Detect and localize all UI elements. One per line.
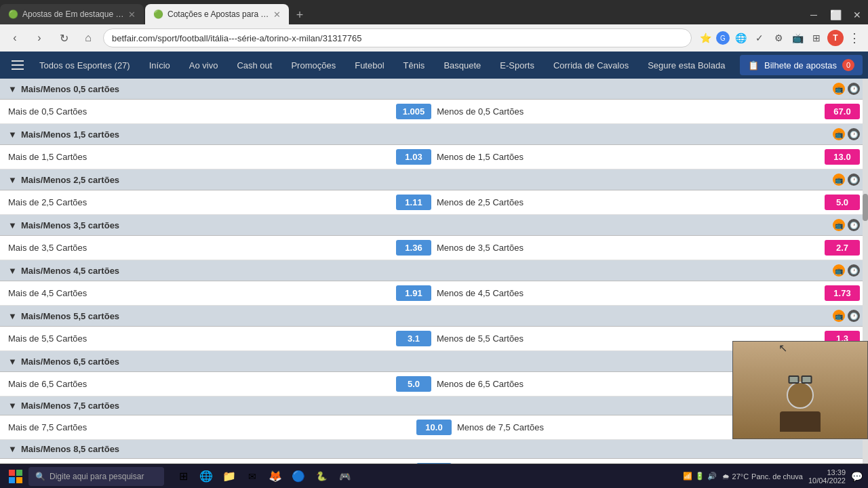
minimize-button[interactable]: ─ bbox=[803, 5, 825, 24]
betting-row-25: Mais de 2,5 Cartões 1.11 Menos de 2,5 Ca… bbox=[0, 190, 868, 215]
bet-slip-button[interactable]: 📋 Bilhete de apostas 0 bbox=[740, 55, 863, 75]
new-tab-button[interactable]: + bbox=[289, 5, 311, 24]
svg-rect-4 bbox=[16, 470, 22, 476]
nav-all-sports[interactable]: Todos os Esportes (27) bbox=[30, 52, 140, 79]
section-title-75: Mais/Menos 7,5 cartões bbox=[21, 401, 119, 411]
left-odds-btn-75[interactable]: 10.0 bbox=[416, 420, 452, 435]
right-odds-btn-25[interactable]: 5.0 bbox=[825, 195, 860, 210]
nav-tenis-label: Tênis bbox=[403, 60, 425, 70]
clock-icon-15: 🕐 bbox=[848, 128, 860, 140]
nav-basquete[interactable]: Basquete bbox=[434, 52, 490, 79]
nav-cavalos[interactable]: Corrida de Cavalos bbox=[544, 52, 638, 79]
edge-icon[interactable]: 🌐 bbox=[732, 30, 749, 46]
extensions-icon[interactable]: ⭐ bbox=[697, 30, 713, 46]
tab-1-icon: 🟢 bbox=[8, 9, 18, 19]
left-odds-btn-15[interactable]: 1.03 bbox=[396, 149, 431, 165]
close-button[interactable]: ✕ bbox=[846, 5, 868, 24]
nav-ao-vivo[interactable]: Ao vivo bbox=[180, 52, 228, 79]
tab-2-label: Cotações e Apostas para Torino bbox=[167, 9, 269, 19]
nav-ao-vivo-label: Ao vivo bbox=[189, 60, 218, 70]
taskbar-mail[interactable]: ✉ bbox=[241, 466, 263, 487]
tab-1-close[interactable]: ✕ bbox=[128, 9, 136, 20]
right-odds-btn-35[interactable]: 2.7 bbox=[825, 240, 860, 256]
left-odds-btn-35[interactable]: 1.36 bbox=[396, 240, 431, 256]
browser-actions: ⭐ G 🌐 ✓ ⚙ 📺 ⊞ T ⋮ bbox=[697, 30, 863, 46]
section-icons-35: 📺 🕐 bbox=[833, 219, 860, 231]
restore-button[interactable]: ⬜ bbox=[825, 5, 846, 24]
settings-icon[interactable]: ⚙ bbox=[770, 30, 787, 46]
svg-rect-6 bbox=[16, 477, 22, 483]
date-display: 10/04/2022 bbox=[808, 476, 846, 485]
refresh-button[interactable]: ↻ bbox=[54, 28, 73, 47]
nav-segure-bolada-label: Segure esta Bolada bbox=[648, 60, 725, 70]
section-mais-menos-85: ▼ Mais/Menos 8,5 cartões Mais de 8,5 Car… bbox=[0, 440, 868, 464]
nav-esports[interactable]: E-Sports bbox=[490, 52, 544, 79]
left-odds-btn-55[interactable]: 3.1 bbox=[396, 331, 431, 346]
profile-icon[interactable]: T bbox=[827, 30, 844, 46]
notification-icon[interactable]: 💬 bbox=[851, 471, 863, 482]
nav-tenis[interactable]: Tênis bbox=[394, 52, 435, 79]
right-label-35: Menos de 3,5 Cartões bbox=[437, 243, 819, 253]
search-placeholder: Digite aqui para pesquisar bbox=[50, 472, 144, 481]
navigation-bar: Todos os Esportes (27) Início Ao vivo Ca… bbox=[0, 52, 868, 79]
taskbar-search[interactable]: 🔍 Digite aqui para pesquisar bbox=[28, 467, 164, 486]
nav-segure-bolada[interactable]: Segure esta Bolada bbox=[638, 52, 734, 79]
taskbar-python[interactable]: 🐍 bbox=[311, 466, 332, 487]
google-icon[interactable]: G bbox=[716, 31, 730, 45]
taskbar-chrome[interactable]: 🔵 bbox=[288, 466, 309, 487]
tab-2-close[interactable]: ✕ bbox=[273, 9, 281, 20]
address-bar[interactable]: betfair.com/sport/football/itália---séri… bbox=[103, 28, 692, 47]
nav-futebol[interactable]: Futebol bbox=[345, 52, 393, 79]
left-odds-btn-05[interactable]: 1.005 bbox=[396, 104, 432, 119]
tv-icon-55: 📺 bbox=[833, 310, 845, 322]
taskbar: 🔍 Digite aqui para pesquisar ⊞ 🌐 📁 ✉ 🦊 🔵… bbox=[0, 464, 868, 488]
section-header-45[interactable]: ▼ Mais/Menos 4,5 cartões 📺 🕐 bbox=[0, 260, 868, 281]
left-odds-btn-25[interactable]: 1.11 bbox=[396, 195, 431, 210]
menu-dots[interactable]: ⋮ bbox=[846, 30, 863, 46]
left-odds-btn-45[interactable]: 1.91 bbox=[396, 285, 431, 301]
right-odds-btn-45[interactable]: 1.73 bbox=[825, 285, 860, 301]
tab-2[interactable]: 🟢 Cotações e Apostas para Torino ✕ bbox=[145, 4, 289, 24]
section-header-15[interactable]: ▼ Mais/Menos 1,5 cartões 📺 🕐 bbox=[0, 124, 868, 145]
weather-temp: 27°C bbox=[732, 472, 749, 481]
left-label-65: Mais de 6,5 Cartões bbox=[8, 379, 391, 389]
forward-button[interactable]: › bbox=[30, 28, 49, 47]
taskbar-task-view[interactable]: ⊞ bbox=[172, 466, 194, 487]
cast-icon[interactable]: 📺 bbox=[789, 30, 806, 46]
browser-tabs: 🟢 Apostas de Em destaque em Fut... ✕ 🟢 C… bbox=[0, 0, 868, 24]
check-icon[interactable]: ✓ bbox=[751, 30, 768, 46]
taskbar-edge[interactable]: 🌐 bbox=[195, 466, 217, 487]
right-odds-btn-15[interactable]: 13.0 bbox=[825, 149, 860, 165]
start-button[interactable] bbox=[5, 466, 26, 487]
section-header-05[interactable]: ▼ Mais/Menos 0,5 cartões 📺 🕐 bbox=[0, 79, 868, 100]
svg-rect-3 bbox=[9, 470, 15, 476]
apps-icon[interactable]: ⊞ bbox=[808, 30, 825, 46]
taskbar-right: 📶 🔋 🔊 🌧 27°C Panc. de chuva 13:39 10/04/… bbox=[683, 468, 863, 485]
taskbar-explorer[interactable]: 📁 bbox=[218, 466, 240, 487]
section-mais-menos-25: ▼ Mais/Menos 2,5 cartões 📺 🕐 Mais de 2,5… bbox=[0, 169, 868, 215]
section-header-25[interactable]: ▼ Mais/Menos 2,5 cartões 📺 🕐 bbox=[0, 169, 868, 190]
svg-rect-1 bbox=[12, 64, 24, 66]
nav-cash-out[interactable]: Cash out bbox=[227, 52, 281, 79]
nav-inicio[interactable]: Início bbox=[140, 52, 180, 79]
clock-icon-55: 🕐 bbox=[848, 310, 860, 322]
hamburger-menu[interactable] bbox=[5, 52, 30, 79]
home-button[interactable]: ⌂ bbox=[79, 28, 98, 47]
tv-icon-15: 📺 bbox=[833, 128, 845, 140]
left-label-15: Mais de 1,5 Cartões bbox=[8, 152, 391, 162]
taskbar-extra[interactable]: 🎮 bbox=[334, 466, 355, 487]
nav-futebol-label: Futebol bbox=[355, 60, 384, 70]
section-title-45: Mais/Menos 4,5 cartões bbox=[21, 266, 119, 276]
left-odds-btn-65[interactable]: 5.0 bbox=[396, 376, 431, 392]
section-header-55[interactable]: ▼ Mais/Menos 5,5 cartões 📺 🕐 bbox=[0, 306, 868, 327]
tab-1[interactable]: 🟢 Apostas de Em destaque em Fut... ✕ bbox=[0, 4, 144, 24]
section-header-85[interactable]: ▼ Mais/Menos 8,5 cartões bbox=[0, 440, 868, 459]
right-odds-btn-05[interactable]: 67.0 bbox=[825, 104, 860, 119]
left-label-55: Mais de 5,5 Cartões bbox=[8, 333, 391, 344]
section-title-55: Mais/Menos 5,5 cartões bbox=[21, 311, 119, 321]
taskbar-firefox[interactable]: 🦊 bbox=[264, 466, 286, 487]
back-button[interactable]: ‹ bbox=[5, 28, 24, 47]
nav-promocoes[interactable]: Promoções bbox=[281, 52, 345, 79]
left-label-45: Mais de 4,5 Cartões bbox=[8, 288, 391, 298]
section-header-35[interactable]: ▼ Mais/Menos 3,5 cartões 📺 🕐 bbox=[0, 215, 868, 236]
